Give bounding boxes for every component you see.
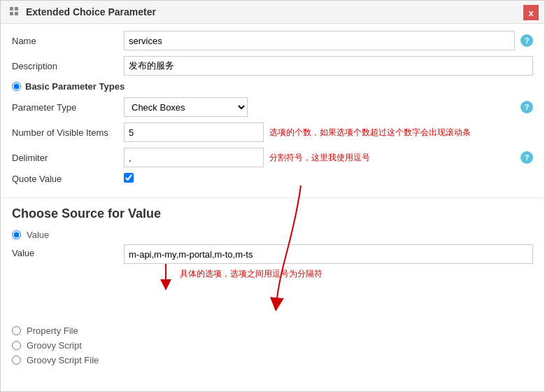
choose-source-title: Choose Source for Value — [12, 206, 533, 221]
param-type-select[interactable]: Check Boxes Radio Buttons Multi-Level Si… — [124, 97, 248, 117]
property-file-label: Property File — [27, 326, 78, 336]
description-label: Description — [12, 61, 124, 71]
description-control — [124, 56, 533, 76]
groovy-script-file-option-row: Groovy Script File — [12, 355, 533, 365]
quote-value-row: Quote Value — [12, 173, 533, 185]
svg-rect-3 — [15, 12, 18, 15]
description-row: Description — [12, 56, 533, 76]
grid-icon — [9, 6, 20, 18]
groovy-script-label: Groovy Script — [27, 340, 82, 351]
delimiter-row: Delimiter 分割符号，这里我使用逗号 ? — [12, 148, 533, 167]
delimiter-input[interactable] — [124, 148, 264, 167]
svg-rect-2 — [10, 12, 13, 15]
delimiter-annotation: 分割符号，这里我使用逗号 — [269, 152, 370, 164]
value-input[interactable] — [124, 244, 533, 264]
visible-items-input[interactable] — [124, 122, 264, 142]
description-input[interactable] — [124, 56, 533, 76]
property-file-option-row: Property File — [12, 326, 533, 336]
name-row: Name ? — [12, 31, 533, 50]
value-annotation: 具体的选项，选项之间用逗号为分隔符 — [180, 268, 323, 280]
top-section: Name ? Description Basic Parameter Types… — [1, 24, 544, 198]
value-option-row: Value — [12, 230, 533, 240]
basic-param-types-label: Basic Parameter Types — [25, 81, 125, 92]
property-file-radio[interactable] — [12, 326, 21, 335]
param-type-row: Parameter Type Check Boxes Radio Buttons… — [12, 97, 533, 117]
groovy-script-radio[interactable] — [12, 341, 21, 350]
delimiter-control: 分割符号，这里我使用逗号 — [124, 148, 515, 167]
groovy-script-file-radio[interactable] — [12, 356, 21, 365]
value-option-label: Value — [27, 230, 49, 240]
visible-items-annotation: 选项的个数，如果选项个数超过这个数字会出现滚动条 — [269, 127, 471, 139]
param-type-control: Check Boxes Radio Buttons Multi-Level Si… — [124, 97, 515, 117]
name-control — [124, 31, 515, 50]
svg-rect-0 — [10, 7, 13, 10]
quote-value-control — [124, 173, 533, 185]
delimiter-label: Delimiter — [12, 153, 124, 163]
quote-value-checkbox[interactable] — [124, 173, 134, 183]
groovy-script-file-label: Groovy Script File — [27, 355, 99, 365]
value-radio[interactable] — [12, 230, 21, 239]
param-type-help-icon[interactable]: ? — [521, 101, 533, 113]
visible-items-row: Number of Visible Items 选项的个数，如果选项个数超过这个… — [12, 122, 533, 142]
visible-items-control: 选项的个数，如果选项个数超过这个数字会出现滚动条 — [124, 122, 533, 142]
quote-value-label: Quote Value — [12, 174, 124, 184]
name-label: Name — [12, 36, 124, 46]
dialog-header: Extended Choice Parameter x — [1, 1, 544, 24]
visible-items-label: Number of Visible Items — [12, 127, 124, 138]
choose-source-section: Choose Source for Value Value Value — [1, 198, 544, 377]
dialog-title: Extended Choice Parameter — [26, 6, 536, 18]
value-field-label: Value — [12, 244, 124, 258]
name-help-icon[interactable]: ? — [521, 34, 533, 47]
dialog: Extended Choice Parameter x Name ? Descr… — [0, 0, 545, 392]
param-type-label: Parameter Type — [12, 102, 124, 113]
basic-param-types-row: Basic Parameter Types — [12, 81, 533, 92]
basic-param-types-radio[interactable] — [12, 82, 21, 91]
name-input[interactable] — [124, 31, 515, 50]
groovy-script-option-row: Groovy Script — [12, 340, 533, 351]
delimiter-help-icon[interactable]: ? — [521, 151, 533, 164]
value-field-wrap: 具体的选项，选项之间用逗号为分隔符 — [124, 244, 533, 320]
value-input-row: Value 具体的选项，选项之间用逗号为分隔符 — [12, 244, 533, 320]
svg-rect-1 — [15, 7, 18, 10]
close-button[interactable]: x — [523, 5, 539, 20]
